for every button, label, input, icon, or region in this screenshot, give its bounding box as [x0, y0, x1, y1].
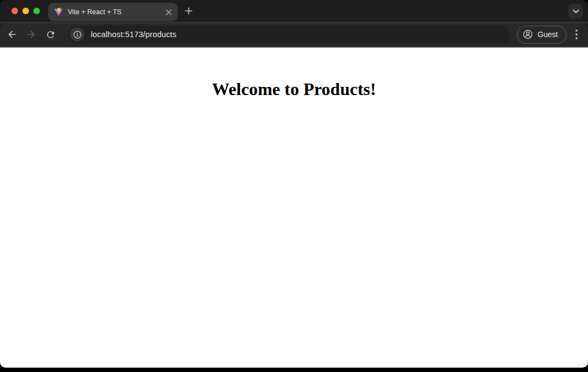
window-close-button[interactable] — [11, 8, 18, 14]
browser-tab[interactable]: Vite + React + TS — [48, 3, 178, 21]
site-info-button[interactable] — [70, 27, 84, 42]
reload-button[interactable] — [43, 27, 58, 42]
new-tab-button[interactable] — [181, 3, 196, 19]
back-arrow-icon — [7, 29, 18, 40]
kebab-menu-icon — [575, 29, 578, 39]
url-bar[interactable]: localhost:5173/products — [68, 26, 510, 44]
forward-button[interactable] — [24, 27, 39, 42]
account-circle-icon — [522, 29, 533, 40]
toolbar-wrap: localhost:5173/products Guest — [0, 22, 588, 48]
profile-button[interactable]: Guest — [517, 26, 567, 44]
browser-toolbar: localhost:5173/products Guest — [0, 23, 588, 48]
url-text[interactable]: localhost:5173/products — [91, 30, 177, 39]
window-minimize-button[interactable] — [22, 8, 29, 14]
tab-title: Vite + React + TS — [68, 8, 164, 16]
tab-strip: Vite + React + TS — [0, 0, 588, 22]
page-viewport: Welcome to Products! — [0, 48, 588, 368]
vite-logo-icon — [54, 8, 63, 16]
tab-search-chevron-button[interactable] — [568, 4, 583, 19]
browser-window: Vite + React + TS — [0, 0, 588, 372]
back-button[interactable] — [4, 27, 20, 42]
reload-icon — [45, 29, 56, 40]
info-icon — [73, 30, 82, 39]
window-zoom-button[interactable] — [33, 8, 40, 14]
page-heading: Welcome to Products! — [0, 48, 588, 99]
forward-arrow-icon — [26, 29, 37, 40]
profile-label: Guest — [538, 30, 558, 39]
macos-traffic-lights — [11, 8, 40, 14]
chevron-down-icon — [573, 9, 579, 14]
browser-menu-button[interactable] — [570, 27, 583, 42]
close-tab-icon[interactable] — [164, 7, 173, 17]
